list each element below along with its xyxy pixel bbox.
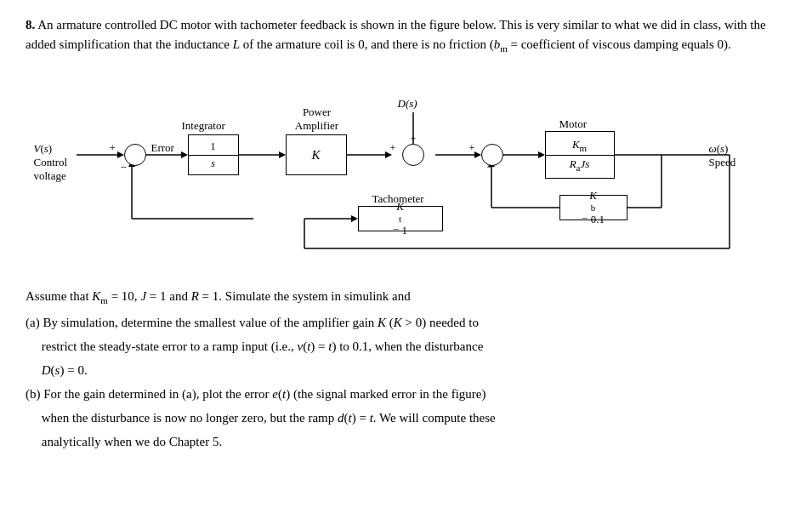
problem-statement: 8. An armature controlled DC motor with … [26,15,786,56]
bottom-line5: (b) For the gain determined in (a), plot… [26,384,786,404]
problem-number: 8. [26,18,35,31]
bottom-text: Assume that Km = 10, J = 1 and R = 1. Si… [26,286,786,452]
error-label: Error [151,141,174,155]
output-label: ω(s)Speed [709,142,736,169]
block-diagram: V(s) Control voltage + − Error 1 s Integ… [32,70,781,274]
bottom-line7: analytically when we do Chapter 5. [26,431,786,452]
bottom-line1: Assume that Km = 10, J = 1 and R = 1. Si… [26,286,786,309]
plus-sign-2: + [390,142,396,155]
tachometer-block: Kt = 1 [358,206,443,231]
power-amp-block: K [286,134,347,175]
minus-sign-3: − [487,161,493,174]
svg-marker-11 [474,151,481,158]
bottom-line2: (a) By simulation, determine the smalles… [26,312,786,333]
junction-1 [124,144,146,166]
tachometer-label: Tachometer [372,192,424,206]
plus-sign-1: + [110,141,116,155]
plus-sign-2t: + [411,133,417,145]
bottom-line6: when the disturbance is now no longer ze… [26,408,786,428]
svg-marker-5 [279,151,286,158]
svg-marker-13 [538,151,545,158]
input-label: V(s) Control voltage [34,142,68,183]
minus-sign-1: − [121,161,127,174]
junction-2 [402,144,424,166]
svg-marker-1 [117,151,124,158]
plus-sign-3: + [469,142,475,155]
motor-label: Motor [559,117,588,131]
motor-block: Km RaJs [545,131,615,179]
integrator-block: 1 s [188,134,239,175]
bottom-line4: D(s) = 0. [26,360,786,380]
svg-marker-26 [351,215,358,222]
integrator-label: Integrator [182,119,225,133]
disturbance-label: D(s) [398,97,417,111]
svg-marker-3 [181,151,188,158]
kb-block: Kb = 0.1 [559,195,627,220]
bottom-line3: restrict the steady-state error to a ram… [26,336,786,356]
power-amp-label: PowerAmplifier [279,106,355,133]
